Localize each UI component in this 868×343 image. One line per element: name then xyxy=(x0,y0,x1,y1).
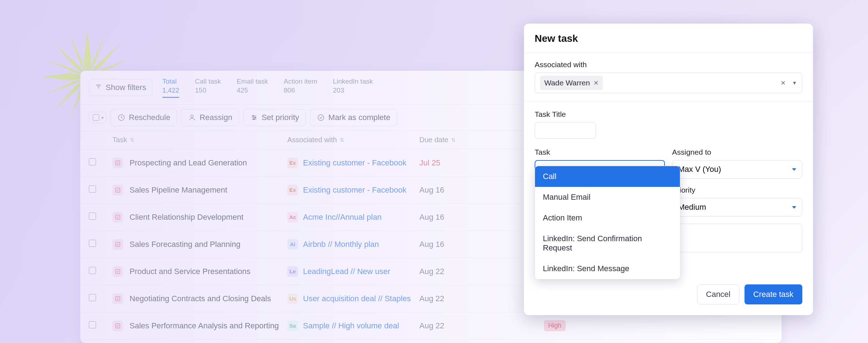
associated-link[interactable]: Existing customer - Facebook xyxy=(303,185,407,195)
task-check-icon xyxy=(112,212,123,223)
stat-tab-value: 150 xyxy=(195,86,221,95)
due-date: Aug 16 xyxy=(419,185,501,195)
stat-tab[interactable]: Call task150 xyxy=(195,77,221,98)
associated-badge: Ai xyxy=(287,239,298,250)
due-date: Aug 16 xyxy=(419,240,501,249)
stat-tab-value: 203 xyxy=(333,86,373,95)
due-date: Aug 16 xyxy=(419,213,501,222)
mark-complete-label: Mark as complete xyxy=(328,113,390,122)
modal-footer: Cancel Create task xyxy=(524,275,813,315)
col-due-label: Due date xyxy=(419,136,448,144)
associated-badge: Us xyxy=(287,293,298,304)
assigned-to-select[interactable]: Max V (You) xyxy=(672,160,802,179)
associated-link[interactable]: LeadingLead // New user xyxy=(303,267,390,276)
row-checkbox[interactable] xyxy=(89,321,96,328)
svg-point-25 xyxy=(254,117,256,119)
reassign-button[interactable]: Reassign xyxy=(181,109,239,126)
chip-remove-icon[interactable]: ✕ xyxy=(594,79,599,87)
associated-chip: Wade Warren ✕ xyxy=(540,76,603,90)
stat-tab-label: Email task xyxy=(237,77,268,86)
chip-label: Wade Warren xyxy=(544,79,590,87)
svg-point-20 xyxy=(191,115,193,118)
task-name: Sales Forecasting and Planning xyxy=(130,240,241,249)
associated-link[interactable]: User acquisition deal // Staples xyxy=(303,294,411,303)
stat-tab[interactable]: Action item806 xyxy=(284,77,317,98)
priority-badge: High xyxy=(544,320,566,331)
stat-tab-label: Call task xyxy=(195,77,221,86)
dropdown-item[interactable]: Call xyxy=(535,166,680,187)
dropdown-item[interactable]: Action Item xyxy=(535,208,680,228)
row-checkbox[interactable] xyxy=(89,158,96,165)
task-check-icon xyxy=(112,320,123,331)
filter-icon xyxy=(95,83,102,92)
row-checkbox[interactable] xyxy=(89,213,96,220)
table-row: Sales Performance Analysis and Reporting… xyxy=(80,312,782,339)
chevron-down-icon xyxy=(792,168,796,171)
svg-rect-30 xyxy=(116,215,120,219)
task-check-icon xyxy=(112,266,123,277)
reassign-label: Reassign xyxy=(200,113,232,122)
priority-label: Priority xyxy=(672,186,802,194)
stat-tab-label: Total xyxy=(162,77,180,86)
dropdown-item[interactable]: LinkedIn: Send Message xyxy=(535,258,680,279)
task-check-icon xyxy=(112,293,123,304)
row-checkbox[interactable] xyxy=(89,294,96,301)
create-task-button[interactable]: Create task xyxy=(745,284,803,304)
task-name: Sales Performance Analysis and Reporting xyxy=(130,321,279,330)
mark-complete-button[interactable]: Mark as complete xyxy=(310,109,397,126)
col-task-label: Task xyxy=(112,136,127,144)
reschedule-button[interactable]: Reschedule xyxy=(111,109,177,126)
reschedule-label: Reschedule xyxy=(129,113,170,122)
stat-tab-label: LinkedIn task xyxy=(333,77,373,86)
chevron-down-icon[interactable]: ▼ xyxy=(792,80,797,86)
sort-icon: ⇅ xyxy=(340,137,344,143)
task-type-dropdown: CallManual EmailAction ItemLinkedIn: Sen… xyxy=(535,166,680,279)
svg-rect-34 xyxy=(116,324,120,328)
show-filters-button[interactable]: Show filters xyxy=(89,79,152,96)
associated-badge: Le xyxy=(287,266,298,277)
associated-link[interactable]: Acme Inc//Annual plan xyxy=(303,213,382,222)
task-check-icon xyxy=(112,185,123,195)
new-task-modal: New task Associated with Wade Warren ✕ ✕… xyxy=(524,24,813,315)
task-check-icon xyxy=(112,158,123,168)
row-checkbox[interactable] xyxy=(89,185,96,193)
col-task[interactable]: Task ⇅ xyxy=(112,136,287,144)
svg-rect-32 xyxy=(116,269,120,274)
col-associated[interactable]: Associated with ⇅ xyxy=(287,136,419,144)
row-checkbox[interactable] xyxy=(89,240,96,247)
associated-link[interactable]: Airbnb // Monthly plan xyxy=(303,240,379,249)
set-priority-label: Set priority xyxy=(262,113,299,122)
svg-point-26 xyxy=(253,119,254,120)
associated-link[interactable]: Sample // High volume deal xyxy=(303,321,399,330)
svg-point-27 xyxy=(318,115,324,121)
stat-tab-value: 1,422 xyxy=(162,86,180,95)
sort-icon: ⇅ xyxy=(451,137,456,143)
divider xyxy=(524,101,813,101)
set-priority-button[interactable]: Set priority xyxy=(243,109,306,126)
associated-link[interactable]: Existing customer - Facebook xyxy=(303,158,407,168)
assigned-to-label: Assigned to xyxy=(672,148,802,156)
stat-tab[interactable]: LinkedIn task203 xyxy=(333,77,373,98)
due-date: Aug 22 xyxy=(419,321,501,330)
task-name: Product and Service Presentations xyxy=(130,267,251,276)
chevron-down-icon xyxy=(792,206,796,209)
svg-rect-31 xyxy=(116,242,120,247)
row-checkbox[interactable] xyxy=(89,267,96,274)
due-date: Aug 22 xyxy=(419,294,501,303)
associated-badge: Ac xyxy=(287,212,298,223)
task-title-input[interactable] xyxy=(535,122,596,139)
select-all-checkbox[interactable]: ▾ xyxy=(89,112,106,123)
associated-badge: Ex xyxy=(287,185,298,195)
stat-tab[interactable]: Email task425 xyxy=(237,77,268,98)
select-all-input[interactable] xyxy=(93,114,99,121)
associated-with-field[interactable]: Wade Warren ✕ ✕ ▼ xyxy=(535,73,802,93)
cancel-button[interactable]: Cancel xyxy=(697,284,739,304)
col-due[interactable]: Due date ⇅ xyxy=(419,136,501,144)
dropdown-item[interactable]: LinkedIn: Send Confirmation Request xyxy=(535,228,680,258)
dropdown-item[interactable]: Manual Email xyxy=(535,187,680,208)
priority-select[interactable]: Medium xyxy=(672,198,802,217)
modal-header: New task xyxy=(524,24,813,53)
task-title-label: Task Title xyxy=(535,110,802,119)
clear-icon[interactable]: ✕ xyxy=(781,79,786,87)
stat-tab[interactable]: Total1,422 xyxy=(162,77,180,98)
